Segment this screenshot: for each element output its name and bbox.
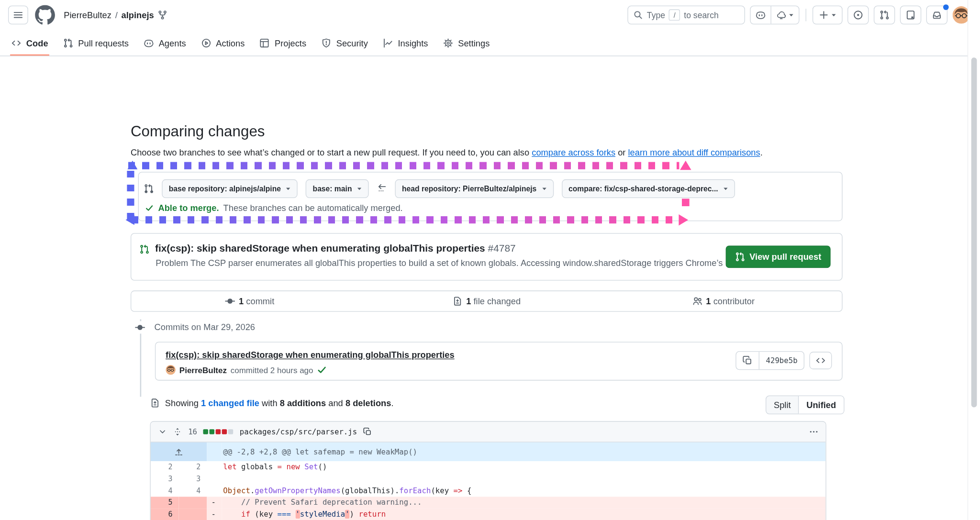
tab-label: Security: [336, 38, 368, 48]
stat-contributor[interactable]: 1 contributor: [605, 296, 842, 306]
new-line-number[interactable]: 3: [179, 473, 207, 485]
old-line-number[interactable]: 2: [151, 461, 179, 473]
header-icon-buttons: [813, 6, 947, 24]
commit-author-avatar[interactable]: [166, 365, 176, 375]
compare-select[interactable]: compare: fix/csp-shared-storage-deprec..…: [562, 179, 735, 198]
diff-hunk-row: @@ -2,8 +2,8 @@ let safemap = new WeakMa…: [151, 443, 826, 461]
stat-commit[interactable]: 1 commit: [131, 296, 368, 306]
old-line-number[interactable]: 6: [151, 509, 179, 520]
copilot-icon: [756, 10, 766, 20]
browse-code-button[interactable]: [809, 352, 832, 369]
tab-insights[interactable]: Insights: [377, 30, 434, 56]
caret-down-icon: [831, 12, 836, 17]
breadcrumb-owner[interactable]: PierreBultez: [64, 10, 111, 20]
global-nav-menu-button[interactable]: [8, 6, 28, 24]
github-logo-icon[interactable]: [35, 5, 55, 25]
commit-sha[interactable]: 429be5b: [759, 352, 803, 369]
code-text: Object.getOwnPropertyNames(globalThis).f…: [222, 485, 826, 497]
toggle-unified[interactable]: Unified: [798, 396, 844, 414]
search-input[interactable]: Type / to search: [627, 6, 745, 24]
pr-number[interactable]: #4787: [488, 243, 516, 254]
subtitle-period: .: [760, 147, 763, 157]
copilot-button[interactable]: [751, 6, 771, 24]
inbox-icon: [932, 10, 942, 20]
create-new-button[interactable]: [813, 6, 843, 24]
copilot-menu-button[interactable]: [770, 6, 799, 24]
git-pull-request-icon: [735, 252, 745, 262]
commit-author[interactable]: PierreBultez: [179, 365, 227, 375]
new-line-number[interactable]: [179, 509, 207, 520]
old-line-number[interactable]: 3: [151, 473, 179, 485]
scrollbar-thumb[interactable]: [971, 57, 977, 407]
diff-line: 5 - // Prevent Safari deprecation warnin…: [151, 497, 826, 509]
view-pull-request-button[interactable]: View pull request: [726, 245, 831, 268]
merge-status-bold: Able to merge.: [158, 203, 219, 213]
expand-hunk-button[interactable]: [151, 443, 207, 461]
new-line-number[interactable]: [179, 497, 207, 509]
old-line-number[interactable]: 4: [151, 485, 179, 497]
page-subtitle: Choose two branches to see what’s change…: [131, 147, 763, 157]
commit-check-icon[interactable]: [317, 365, 327, 375]
copy-sha-button[interactable]: [736, 352, 759, 369]
tab-actions[interactable]: Actions: [195, 30, 251, 56]
tab-projects[interactable]: Projects: [254, 30, 313, 56]
scrollbar-track[interactable]: [968, 0, 980, 520]
annotation-top-left-triangle: [127, 161, 137, 169]
breadcrumb: PierreBultez / alpinejs: [64, 10, 167, 20]
base-repository-select[interactable]: base repository: alpinejs/alpine: [162, 179, 298, 198]
gear-icon: [443, 38, 453, 48]
toggle-split[interactable]: Split: [766, 396, 798, 414]
old-line-number[interactable]: 5: [151, 497, 179, 509]
code-text: [222, 473, 826, 485]
git-pull-request-icon: [63, 38, 73, 48]
head-repository-select[interactable]: head repository: PierreBultez/alpinejs: [395, 179, 554, 198]
caret-down-icon: [542, 186, 546, 191]
git-pull-request-icon: [880, 10, 890, 20]
code-text: if (key === 'styleMedia') return: [222, 509, 826, 520]
file-path[interactable]: packages/csp/src/parser.js: [240, 427, 357, 436]
commit-card: fix(csp): skip sharedStorage when enumer…: [155, 342, 843, 380]
file-options-kebab-icon[interactable]: [809, 427, 818, 436]
tab-settings[interactable]: Settings: [437, 30, 496, 56]
summary-period: .: [391, 398, 393, 408]
collapse-file-chevron-icon[interactable]: [158, 427, 167, 436]
view-pull-request-label: View pull request: [749, 252, 821, 262]
git-pull-request-icon: [139, 244, 149, 254]
diff-file-header: 16 packages/csp/src/parser.js: [151, 422, 826, 443]
three-bars-icon: [13, 10, 23, 20]
subtitle-or: or: [615, 147, 628, 157]
stat-label: commit: [246, 296, 274, 306]
tab-label: Actions: [216, 38, 245, 48]
new-line-number[interactable]: 4: [179, 485, 207, 497]
annotation-top-right-triangle: [680, 161, 691, 170]
tab-security[interactable]: Security: [315, 30, 374, 56]
stat-count: 1: [239, 296, 244, 306]
caret-down-icon: [789, 12, 793, 17]
hunk-header-text: @@ -2,8 +2,8 @@ let safemap = new WeakMa…: [222, 443, 826, 461]
pr-title-link[interactable]: fix(csp): skip sharedStorage when enumer…: [155, 243, 485, 254]
base-select[interactable]: base: main: [306, 179, 369, 198]
tab-agents[interactable]: Agents: [137, 30, 192, 56]
notifications-button[interactable]: [926, 6, 947, 24]
repositories-button[interactable]: [900, 6, 921, 24]
compare-across-forks-link[interactable]: compare across forks: [532, 147, 615, 157]
commit-title-link[interactable]: fix(csp): skip sharedStorage when enumer…: [156, 343, 454, 360]
tab-pull-requests[interactable]: Pull requests: [57, 30, 135, 56]
summary-prefix: Showing: [165, 398, 201, 408]
search-placeholder-prefix: Type: [647, 11, 665, 20]
drag-handle-icon[interactable]: [173, 427, 182, 436]
annotation-top-edge: [128, 162, 679, 169]
diff-comparisons-link[interactable]: learn more about diff comparisons: [628, 147, 760, 157]
diff-line: 4 4 Object.getOwnPropertyNames(globalThi…: [151, 485, 826, 497]
new-line-number[interactable]: 2: [179, 461, 207, 473]
breadcrumb-repo[interactable]: alpinejs: [122, 10, 154, 20]
annotation-left-edge: [127, 171, 134, 221]
repo-bookmark-icon: [906, 10, 916, 20]
git-compare-icon: [144, 184, 154, 194]
copy-path-icon[interactable]: [363, 427, 372, 436]
pull-requests-button[interactable]: [874, 6, 895, 24]
stat-file-changed[interactable]: 1 file changed: [368, 296, 605, 306]
changed-file-link[interactable]: 1 changed file: [201, 398, 259, 408]
issues-button[interactable]: [847, 6, 869, 24]
tab-code[interactable]: Code: [5, 30, 54, 56]
